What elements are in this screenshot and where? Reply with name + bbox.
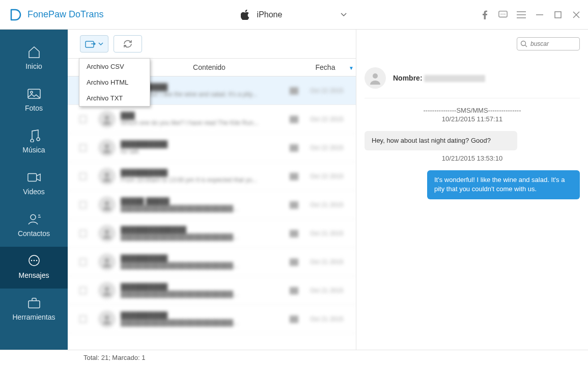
user-icon bbox=[98, 139, 116, 157]
titlebar: FonePaw DoTrans iPhone bbox=[0, 0, 588, 30]
svg-point-12 bbox=[31, 91, 33, 93]
message-row[interactable]: ████████████████████████████████████████… bbox=[68, 219, 356, 248]
tools-icon bbox=[27, 296, 41, 310]
user-icon bbox=[98, 310, 116, 328]
redacted-contact-value bbox=[424, 75, 485, 82]
svg-point-1 bbox=[501, 13, 502, 14]
user-icon bbox=[365, 67, 386, 89]
app-title: FonePaw DoTrans bbox=[27, 9, 103, 20]
row-checkbox[interactable] bbox=[79, 316, 87, 323]
message-row[interactable]: █████ ███████████████████████████████...… bbox=[68, 191, 356, 219]
svg-rect-8 bbox=[555, 12, 561, 18]
facebook-icon[interactable] bbox=[480, 10, 489, 19]
export-button[interactable] bbox=[80, 35, 108, 53]
user-icon bbox=[98, 111, 116, 128]
message-row[interactable]: ████████████████████████████████████... … bbox=[68, 248, 356, 276]
sidebar-item-label: Mensajes bbox=[19, 271, 49, 279]
app-logo-wrap: FonePaw DoTrans bbox=[7, 7, 103, 22]
sidebar-item-label: Fotos bbox=[25, 104, 43, 112]
svg-point-30 bbox=[105, 230, 109, 234]
user-icon bbox=[98, 282, 116, 299]
svg-rect-21 bbox=[29, 301, 40, 308]
sort-indicator-icon: ▼ bbox=[349, 65, 354, 71]
message-row[interactable]: ██████████for talk ██Oct 22 2015 bbox=[68, 134, 356, 162]
sidebar-item-contactos[interactable]: Contactos bbox=[0, 205, 68, 247]
row-checkbox[interactable] bbox=[79, 258, 87, 266]
user-icon bbox=[98, 196, 116, 214]
contact-header: Nombre: bbox=[365, 58, 580, 98]
refresh-button[interactable] bbox=[114, 35, 142, 53]
message-row[interactable]: ███Which one do you like? I have read Th… bbox=[68, 105, 356, 134]
export-option-html[interactable]: Archivo HTML bbox=[79, 74, 150, 90]
message-list-pane: Archivo CSV Archivo HTML Archivo TXT Con… bbox=[68, 30, 356, 350]
message-row[interactable]: ████████████████████████████████████... … bbox=[68, 305, 356, 333]
toolbar bbox=[68, 30, 356, 58]
photos-icon bbox=[27, 87, 41, 101]
export-option-txt[interactable]: Archivo TXT bbox=[79, 90, 150, 106]
svg-point-31 bbox=[105, 258, 109, 263]
row-checkbox[interactable] bbox=[79, 116, 87, 123]
videos-icon bbox=[27, 170, 41, 185]
messages-icon bbox=[27, 254, 41, 268]
row-checkbox[interactable] bbox=[79, 230, 87, 237]
col-date-header[interactable]: Fecha ▼ bbox=[295, 63, 356, 71]
timestamp: 10/21/2015 13:53:10 bbox=[365, 154, 580, 162]
message-bubble-incoming: Hey, how about last night dating? Good? bbox=[365, 131, 517, 150]
svg-point-2 bbox=[502, 13, 503, 14]
message-list: ██████████It's wonderful! I like the win… bbox=[68, 76, 356, 350]
music-icon bbox=[27, 128, 41, 143]
apple-icon bbox=[241, 10, 250, 20]
search-icon bbox=[520, 40, 527, 47]
window-controls bbox=[480, 10, 581, 19]
user-icon bbox=[98, 225, 116, 242]
svg-point-29 bbox=[105, 201, 109, 205]
conversation-pane: Nombre: ---------------SMS/MMS----------… bbox=[356, 30, 588, 350]
sidebar-item-label: Videos bbox=[23, 188, 45, 196]
chevron-down-icon bbox=[340, 11, 347, 18]
status-footer: Total: 21; Marcado: 1 bbox=[0, 350, 588, 365]
menu-icon[interactable] bbox=[517, 10, 526, 19]
chevron-down-icon bbox=[98, 41, 103, 46]
search-box[interactable] bbox=[517, 37, 580, 50]
close-icon[interactable] bbox=[572, 10, 581, 19]
contacts-icon bbox=[27, 212, 41, 226]
timestamp: 10/21/2015 11:57:11 bbox=[365, 115, 580, 123]
sidebar-item-mensajes[interactable]: Mensajes bbox=[0, 247, 68, 289]
device-selector[interactable]: iPhone bbox=[241, 10, 348, 20]
message-row[interactable]: ████████████████████████████████████... … bbox=[68, 276, 356, 305]
refresh-icon bbox=[123, 39, 133, 48]
device-name: iPhone bbox=[257, 10, 283, 19]
export-option-csv[interactable]: Archivo CSV bbox=[79, 59, 150, 74]
export-dropdown: Archivo CSV Archivo HTML Archivo TXT bbox=[79, 58, 150, 107]
message-row[interactable]: ██████████From 10:00am to 13:00 pm It is… bbox=[68, 162, 356, 191]
svg-point-18 bbox=[31, 260, 32, 262]
sidebar-item-fotos[interactable]: Fotos bbox=[0, 80, 68, 121]
minimize-icon[interactable] bbox=[535, 10, 544, 19]
row-checkbox[interactable] bbox=[79, 173, 87, 180]
svg-point-32 bbox=[105, 287, 109, 291]
maximize-icon[interactable] bbox=[553, 10, 563, 19]
svg-point-34 bbox=[521, 41, 526, 46]
svg-point-27 bbox=[105, 144, 109, 148]
sidebar-item-label: Música bbox=[22, 146, 45, 154]
svg-point-28 bbox=[105, 173, 109, 177]
row-checkbox[interactable] bbox=[79, 201, 87, 208]
sidebar-item-inicio[interactable]: Inicio bbox=[0, 38, 68, 80]
export-icon bbox=[85, 39, 96, 48]
row-checkbox[interactable] bbox=[79, 144, 87, 151]
svg-rect-13 bbox=[27, 174, 36, 181]
row-checkbox[interactable] bbox=[79, 287, 87, 294]
search-input[interactable] bbox=[530, 40, 571, 47]
user-icon bbox=[98, 253, 116, 271]
svg-point-26 bbox=[105, 116, 109, 120]
footer-text: Total: 21; Marcado: 1 bbox=[83, 354, 145, 361]
sidebar-item-label: Inicio bbox=[25, 62, 42, 70]
sidebar-item-musica[interactable]: Música bbox=[0, 121, 68, 163]
sidebar-item-herramientas[interactable]: Herramientas bbox=[0, 289, 68, 330]
sidebar-item-videos[interactable]: Videos bbox=[0, 163, 68, 205]
svg-point-20 bbox=[36, 260, 37, 262]
svg-point-36 bbox=[373, 73, 378, 79]
feedback-icon[interactable] bbox=[498, 10, 508, 19]
app-logo-icon bbox=[7, 7, 22, 22]
svg-point-14 bbox=[31, 215, 36, 220]
